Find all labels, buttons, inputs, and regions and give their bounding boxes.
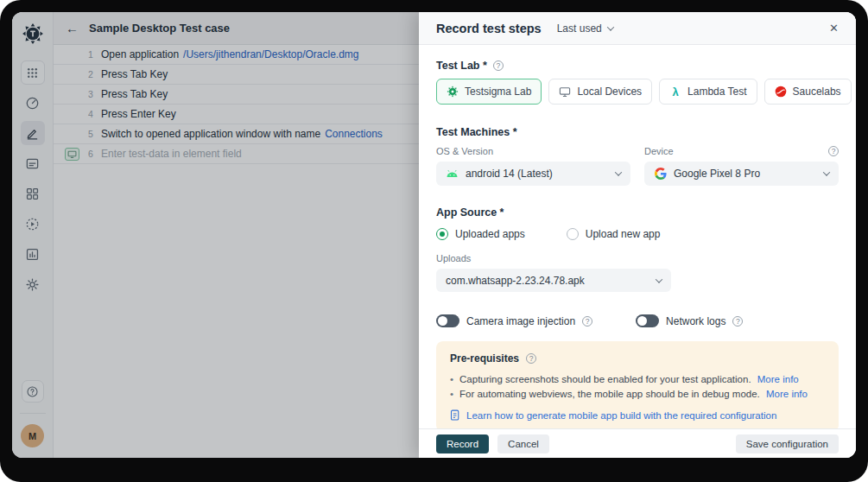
more-info-link[interactable]: More info — [766, 389, 808, 399]
radio-uploaded-apps[interactable]: Uploaded apps — [436, 228, 525, 240]
camera-injection-group: Camera image injection ? — [436, 314, 592, 327]
lab-option-label: Saucelabs — [793, 86, 841, 98]
bullet-icon: • — [450, 388, 453, 400]
lab-option-testsigma[interactable]: Testsigma Lab — [436, 79, 542, 105]
os-version-column: OS & Version android 14 (Latest) — [436, 146, 630, 186]
panel-footer: Record Cancel Save configuration — [419, 428, 856, 458]
last-used-dropdown[interactable]: Last used — [557, 22, 613, 35]
lambda-test-icon: λ — [669, 86, 681, 98]
network-logs-help-icon[interactable]: ? — [732, 316, 743, 327]
radio-unselected-icon — [567, 228, 579, 240]
prerequisite-bullet: • For automating webviews, the mobile ap… — [450, 388, 825, 400]
build-config-link[interactable]: Learn how to generate mobile app build w… — [466, 410, 776, 421]
document-icon — [450, 409, 460, 422]
network-logs-toggle[interactable] — [636, 314, 659, 327]
more-info-link[interactable]: More info — [757, 374, 799, 384]
last-used-label: Last used — [557, 22, 602, 35]
uploads-value: com.whatsapp-2.23.24.78.apk — [446, 275, 585, 287]
lab-option-label: Lambda Test — [687, 86, 747, 98]
test-lab-label-text: Test Lab * — [436, 60, 487, 72]
bullet-text: For automating webviews, the mobile app … — [459, 389, 760, 399]
lab-option-label: Local Devices — [577, 86, 642, 98]
prerequisites-help-icon[interactable]: ? — [526, 353, 536, 364]
prerequisite-bullet: • Capturing screenshots should be enable… — [450, 373, 825, 385]
network-logs-label: Network logs — [666, 315, 725, 327]
os-version-select[interactable]: android 14 (Latest) — [436, 162, 630, 186]
uploads-select[interactable]: com.whatsapp-2.23.24.78.apk — [436, 269, 671, 292]
bullet-text: Capturing screenshots should be enabled … — [459, 374, 751, 384]
radio-label: Upload new app — [586, 228, 661, 240]
radio-upload-new-app[interactable]: Upload new app — [567, 228, 661, 240]
device-select[interactable]: Google Pixel 8 Pro — [644, 162, 839, 186]
panel-header: Record test steps Last used ✕ — [419, 12, 856, 45]
network-logs-group: Network logs ? — [636, 314, 743, 327]
radio-label: Uploaded apps — [455, 228, 525, 240]
chevron-down-icon — [656, 276, 662, 282]
doc-link-row: Learn how to generate mobile app build w… — [450, 409, 825, 422]
record-button[interactable]: Record — [436, 434, 489, 453]
lab-option-saucelabs[interactable]: Saucelabs — [764, 79, 852, 105]
test-lab-label: Test Lab * ? — [436, 60, 839, 72]
test-lab-options: Testsigma Lab Local Devices λ Lambda Tes… — [436, 79, 839, 105]
save-configuration-button[interactable]: Save configuration — [736, 434, 839, 453]
camera-injection-label: Camera image injection — [466, 315, 575, 327]
app-source-label-text: App Source * — [436, 206, 504, 219]
local-devices-icon — [559, 86, 571, 98]
test-machines-label-text: Test Machines * — [436, 126, 517, 138]
device-label: Device — [644, 146, 674, 156]
os-version-value: android 14 (Latest) — [466, 168, 553, 180]
test-machines-section: Test Machines * OS & Version android 14 … — [436, 126, 839, 186]
uploads-label: Uploads — [436, 253, 839, 263]
camera-injection-toggle[interactable] — [436, 314, 459, 327]
lab-option-label: Testsigma Lab — [465, 86, 531, 98]
radio-selected-icon — [436, 228, 448, 240]
panel-title: Record test steps — [436, 22, 542, 35]
os-version-label: OS & Version — [436, 146, 630, 156]
app-source-section: App Source * Uploaded apps Upload new ap… — [436, 206, 839, 292]
panel-body: Test Lab * ? Testsigma Lab Local Devices — [419, 45, 856, 428]
close-icon[interactable]: ✕ — [829, 22, 839, 35]
chevron-down-icon — [606, 23, 613, 30]
cancel-button[interactable]: Cancel — [497, 434, 549, 453]
device-value: Google Pixel 8 Pro — [674, 168, 760, 180]
chevron-down-icon — [823, 168, 830, 175]
testsigma-lab-icon — [447, 86, 459, 98]
test-lab-help-icon[interactable]: ? — [493, 60, 504, 71]
saucelabs-icon — [775, 86, 787, 98]
lab-option-lambda-test[interactable]: λ Lambda Test — [659, 79, 757, 105]
chevron-down-icon — [615, 168, 622, 175]
toggles-row: Camera image injection ? Network logs ? — [436, 314, 839, 327]
android-icon — [446, 169, 459, 179]
prerequisites-title-text: Pre-requisites — [450, 352, 519, 365]
lab-option-local-devices[interactable]: Local Devices — [548, 79, 652, 105]
prerequisites-title: Pre-requisites ? — [450, 352, 825, 365]
prerequisites-box: Pre-requisites ? • Capturing screenshots… — [436, 341, 839, 428]
bullet-icon: • — [450, 373, 453, 385]
google-icon — [654, 168, 667, 180]
device-column: Device ? Google Pixel 8 Pro — [644, 146, 839, 186]
app-source-label: App Source * — [436, 206, 839, 219]
app-window: M ← Sample Desktop Test case 1 Open appl… — [12, 12, 856, 458]
record-test-steps-panel: Record test steps Last used ✕ Test Lab *… — [419, 12, 856, 458]
camera-injection-help-icon[interactable]: ? — [582, 316, 592, 327]
test-machines-label: Test Machines * — [436, 126, 839, 138]
device-help-icon[interactable]: ? — [828, 146, 839, 156]
